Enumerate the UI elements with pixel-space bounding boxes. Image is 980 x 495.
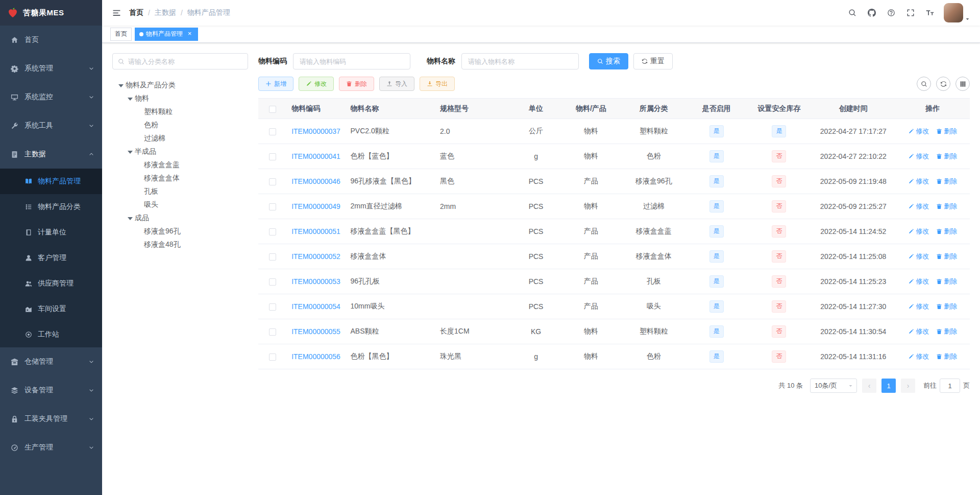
material-code-link[interactable]: ITEM00000046: [291, 177, 340, 185]
sidebar-subitem-workshop-setting[interactable]: 车间设置: [0, 296, 102, 322]
row-edit-button[interactable]: 修改: [908, 202, 929, 211]
font-size-icon[interactable]: [920, 0, 940, 26]
row-edit-button[interactable]: 修改: [908, 127, 929, 136]
tag-首页[interactable]: 首页: [110, 28, 132, 41]
table-row[interactable]: ITEM00000037PVC2.0颗粒2.0公斤物料塑料颗粒是是2022-04…: [258, 119, 970, 144]
row-checkbox[interactable]: [269, 153, 276, 160]
sidebar-subitem-material-product-manage[interactable]: 物料产品管理: [0, 169, 102, 194]
tree-node[interactable]: 移液盒盒体: [112, 172, 248, 185]
material-code-link[interactable]: ITEM00000041: [291, 152, 340, 160]
goto-page-input[interactable]: [940, 379, 960, 393]
row-delete-button[interactable]: 删除: [936, 152, 957, 161]
table-row[interactable]: ITEM00000055ABS颗粒长度1CMKG物料塑料颗粒是否2022-05-…: [258, 319, 970, 344]
row-checkbox[interactable]: [269, 278, 276, 286]
tree-expand-caret-icon[interactable]: [126, 147, 135, 156]
material-code-link[interactable]: ITEM00000053: [291, 277, 340, 286]
sidebar-item-warehouse-manage[interactable]: 仓储管理: [0, 347, 102, 376]
material-code-link[interactable]: ITEM00000049: [291, 202, 340, 210]
row-delete-button[interactable]: 删除: [936, 302, 957, 311]
sidebar-item-production-manage[interactable]: 生产管理: [0, 433, 102, 462]
material-code-link[interactable]: ITEM00000056: [291, 352, 340, 361]
page-size-select[interactable]: 10条/页: [810, 379, 857, 393]
tree-expand-caret-icon[interactable]: [126, 94, 135, 103]
row-checkbox[interactable]: [269, 303, 276, 311]
row-checkbox[interactable]: [269, 128, 276, 135]
search-button[interactable]: 搜索: [589, 53, 628, 69]
row-delete-button[interactable]: 删除: [936, 277, 957, 286]
tree-node[interactable]: 物料: [112, 92, 248, 105]
row-checkbox[interactable]: [269, 203, 276, 210]
table-row[interactable]: ITEM00000051移液盒盒盖【黑色】PCS产品移液盒盒盖是否2022-05…: [258, 219, 970, 244]
github-icon[interactable]: [862, 0, 881, 26]
select-all-checkbox[interactable]: [269, 106, 276, 113]
row-delete-button[interactable]: 删除: [936, 252, 957, 261]
tree-node[interactable]: 移液盒96孔: [112, 225, 248, 238]
tree-node[interactable]: 塑料颗粒: [112, 105, 248, 119]
row-delete-button[interactable]: 删除: [936, 127, 957, 136]
row-edit-button[interactable]: 修改: [908, 327, 929, 336]
table-row[interactable]: ITEM000000492mm直径过滤棉2mmPCS物料过滤棉是否2022-05…: [258, 194, 970, 219]
table-row[interactable]: ITEM00000052移液盒盒体PCS产品移液盒盒体是否2022-05-14 …: [258, 244, 970, 269]
row-edit-button[interactable]: 修改: [908, 152, 929, 161]
header-search-icon[interactable]: [843, 0, 862, 26]
table-row[interactable]: ITEM0000005410mm吸头PCS产品吸头是否2022-05-14 11…: [258, 294, 970, 319]
material-code-link[interactable]: ITEM00000052: [291, 252, 340, 261]
material-code-link[interactable]: ITEM00000051: [291, 227, 340, 235]
sidebar-subitem-supplier-manage[interactable]: 供应商管理: [0, 271, 102, 296]
tree-node[interactable]: 过滤棉: [112, 132, 248, 145]
sidebar-subitem-material-product-category[interactable]: 物料产品分类: [0, 194, 102, 220]
table-row[interactable]: ITEM0000004696孔移液盒【黑色】黑色PCS产品移液盒96孔是否202…: [258, 169, 970, 194]
import-button[interactable]: 导入: [379, 77, 414, 91]
refresh-table-button[interactable]: [936, 77, 950, 91]
toggle-search-button[interactable]: [917, 77, 931, 91]
tree-node[interactable]: 色粉: [112, 119, 248, 132]
row-edit-button[interactable]: 修改: [908, 252, 929, 261]
category-search-input[interactable]: [128, 58, 242, 65]
sidebar-item-system-manage[interactable]: 系统管理: [0, 54, 102, 83]
material-code-link[interactable]: ITEM00000055: [291, 327, 340, 336]
next-page-button[interactable]: ›: [901, 379, 915, 393]
sidebar-subitem-customer-manage[interactable]: 客户管理: [0, 245, 102, 271]
tag-close-icon[interactable]: ×: [186, 30, 193, 38]
table-row[interactable]: ITEM0000005396孔孔板PCS产品孔板是否2022-05-14 11:…: [258, 269, 970, 294]
app-logo[interactable]: 苦糖果MES: [0, 0, 102, 26]
row-checkbox[interactable]: [269, 328, 276, 336]
user-menu[interactable]: [940, 1, 975, 25]
material-name-input[interactable]: [461, 53, 579, 69]
tree-expand-caret-icon[interactable]: [116, 81, 126, 90]
help-question-icon[interactable]: [881, 0, 901, 26]
sidebar-item-system-tools[interactable]: 系统工具: [0, 111, 102, 140]
row-edit-button[interactable]: 修改: [908, 177, 929, 186]
sidebar-subitem-measure-unit[interactable]: 计量单位: [0, 220, 102, 245]
row-checkbox[interactable]: [269, 228, 276, 235]
material-code-input[interactable]: [293, 53, 410, 69]
add-button[interactable]: 新增: [258, 77, 293, 91]
column-settings-button[interactable]: [955, 77, 970, 91]
sidebar-toggle-button[interactable]: [107, 0, 126, 26]
row-checkbox[interactable]: [269, 253, 276, 261]
tree-node[interactable]: 移液盒48孔: [112, 238, 248, 251]
tag-物料产品管理[interactable]: 物料产品管理×: [135, 28, 198, 41]
breadcrumb-item[interactable]: 首页: [129, 8, 143, 17]
tree-node[interactable]: 孔板: [112, 185, 248, 198]
row-delete-button[interactable]: 删除: [936, 327, 957, 336]
table-row[interactable]: ITEM00000041色粉【蓝色】蓝色g物料色粉是否2022-04-27 22…: [258, 144, 970, 169]
row-delete-button[interactable]: 删除: [936, 202, 957, 211]
sidebar-item-system-monitor[interactable]: 系统监控: [0, 83, 102, 111]
tree-expand-caret-icon[interactable]: [126, 214, 135, 223]
sidebar-item-master-data[interactable]: 主数据: [0, 140, 102, 169]
tree-node[interactable]: 半成品: [112, 145, 248, 158]
row-delete-button[interactable]: 删除: [936, 352, 957, 361]
export-button[interactable]: 导出: [420, 77, 455, 91]
material-code-link[interactable]: ITEM00000054: [291, 302, 340, 311]
sidebar-subitem-workstation[interactable]: 工作站: [0, 322, 102, 347]
reset-button[interactable]: 重置: [633, 53, 673, 69]
page-1-button[interactable]: 1: [881, 379, 896, 393]
table-row[interactable]: ITEM00000056色粉【黑色】珠光黑g物料色粉是否2022-05-14 1…: [258, 344, 970, 369]
row-edit-button[interactable]: 修改: [908, 227, 929, 236]
row-delete-button[interactable]: 删除: [936, 227, 957, 236]
tree-node[interactable]: 吸头: [112, 198, 248, 211]
prev-page-button[interactable]: ‹: [862, 379, 876, 393]
row-checkbox[interactable]: [269, 178, 276, 185]
row-delete-button[interactable]: 删除: [936, 177, 957, 186]
